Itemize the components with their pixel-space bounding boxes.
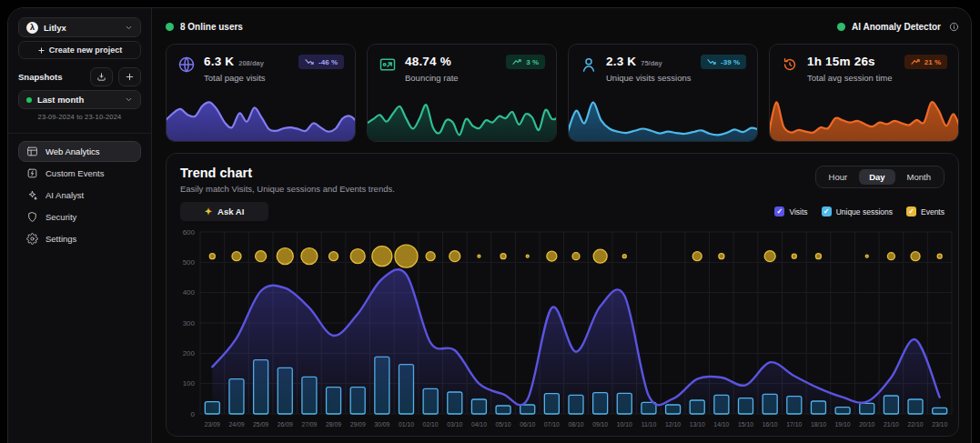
card-label: Total page visits	[204, 73, 266, 83]
events-bubble	[719, 254, 724, 259]
trending-down-icon	[707, 58, 717, 65]
sidebar-item-security[interactable]: Security	[18, 206, 141, 227]
x-axis-label: 03/10	[447, 421, 462, 428]
x-axis-label: 26/09	[278, 421, 293, 428]
x-axis-label: 19/10	[835, 421, 851, 428]
ai-analyst-icon	[26, 189, 38, 201]
legend-events[interactable]: ✓Events	[906, 206, 945, 216]
x-axis-label: 28/09	[326, 421, 341, 428]
app-window: λ Litlyx Create new project Snapshots La…	[7, 7, 972, 443]
sparkline-chart	[166, 95, 356, 142]
trending-down-icon	[305, 58, 315, 65]
sidebar-item-label: Web Analytics	[45, 146, 100, 156]
trending-up-icon	[512, 58, 522, 65]
info-icon[interactable]	[949, 22, 959, 32]
x-axis-label: 16/10	[763, 421, 778, 428]
legend-label: Events	[921, 207, 945, 216]
ask-ai-label: Ask AI	[217, 206, 244, 216]
card-unique-sessions: 2.3 K 75/day Unique visits sessions -39 …	[568, 44, 758, 142]
events-bubble	[277, 248, 293, 265]
bounce-icon	[379, 55, 397, 74]
divider	[8, 133, 151, 134]
sidebar-item-custom-events[interactable]: Custom Events	[18, 163, 141, 184]
events-bubble	[256, 251, 267, 262]
events-bubble	[450, 251, 460, 262]
card-value: 2.3 K	[606, 55, 636, 68]
sparkline-chart	[568, 95, 758, 142]
tab-day[interactable]: Day	[859, 169, 894, 185]
range-tabs: Hour Day Month	[815, 166, 945, 188]
events-bubble	[937, 254, 942, 258]
stat-cards: 6.3 K 208/day Total page visits -46 %	[166, 44, 959, 142]
x-axis-label: 05/10	[496, 421, 511, 428]
ask-ai-button[interactable]: ✦ Ask AI	[180, 202, 268, 221]
x-axis-label: 10/10	[617, 421, 632, 428]
x-axis-label: 08/10	[568, 421, 583, 428]
events-bubble	[547, 251, 557, 261]
events-bubble	[395, 245, 418, 267]
svg-text:500: 500	[183, 258, 196, 267]
trend-badge: -46 %	[298, 55, 344, 69]
sparkline-chart	[769, 95, 959, 142]
events-bubble	[815, 254, 821, 259]
project-name: Litlyx	[44, 23, 66, 33]
x-axis-label: 13/10	[690, 421, 705, 428]
export-snapshot-button[interactable]	[90, 67, 113, 86]
x-axis-label: 30/09	[374, 421, 389, 428]
card-value: 1h 15m 26s	[807, 55, 875, 68]
card-bouncing-rate: 48.74 % Bouncing rate 3 %	[367, 44, 557, 142]
card-rate: 208/day	[238, 59, 264, 67]
events-bubble	[865, 255, 868, 257]
sidebar-item-label: Security	[45, 212, 76, 222]
events-bubble	[350, 249, 365, 264]
online-dot-icon	[166, 23, 174, 31]
card-avg-session-time: 1h 15m 26s Total avg session time 21 %	[769, 44, 959, 142]
x-axis-label: 23/10	[932, 421, 947, 428]
chevron-down-icon	[125, 96, 133, 104]
card-label: Bouncing rate	[405, 73, 459, 83]
events-bubble	[887, 253, 894, 260]
x-axis-label: 02/10	[423, 421, 439, 428]
tab-month[interactable]: Month	[897, 169, 941, 185]
events-bubble	[622, 255, 626, 258]
svg-text:0: 0	[191, 410, 196, 418]
sidebar-item-web-analytics[interactable]: Web Analytics	[18, 141, 141, 162]
trend-chart-panel: Trend chart Easily match Visits, Unique …	[166, 153, 959, 437]
sidebar-item-settings[interactable]: Settings	[18, 228, 141, 249]
litlyx-logo-icon: λ	[26, 22, 38, 34]
user-icon	[580, 55, 598, 74]
snapshot-period-selector[interactable]: Last month	[18, 90, 141, 109]
card-label: Unique visits sessions	[606, 73, 691, 83]
sidebar-item-ai-analyst[interactable]: AI Analyst	[18, 185, 141, 206]
events-bubble	[792, 254, 796, 258]
x-axis-label: 18/10	[811, 421, 826, 428]
events-bubble	[500, 254, 506, 259]
online-users-label: 8 Online users	[180, 22, 243, 32]
create-project-label: Create new project	[49, 45, 123, 55]
svg-text:400: 400	[183, 288, 196, 297]
tab-hour[interactable]: Hour	[819, 169, 858, 185]
anomaly-dot-icon	[837, 23, 845, 31]
plus-icon	[37, 46, 45, 55]
card-label: Total avg session time	[807, 73, 892, 83]
x-axis-label: 27/09	[301, 421, 317, 428]
create-project-button[interactable]: Create new project	[18, 41, 141, 59]
events-bubble	[329, 252, 338, 261]
x-axis-label: 07/10	[544, 421, 560, 428]
legend-label: Visits	[789, 207, 807, 216]
sidebar-item-label: Custom Events	[45, 168, 104, 178]
add-snapshot-button[interactable]	[118, 67, 141, 86]
events-bubble	[301, 248, 318, 265]
legend-unique-sessions[interactable]: ✓Unique sessions	[822, 206, 893, 216]
topbar: 8 Online users AI Anomaly Detector	[166, 17, 959, 35]
chart-legend: ✓Visits✓Unique sessions✓Events	[774, 206, 945, 216]
x-axis-label: 17/10	[786, 421, 802, 428]
card-rate: 75/day	[641, 59, 662, 67]
events-bubble	[593, 249, 607, 263]
card-total-page-visits: 6.3 K 208/day Total page visits -46 %	[166, 44, 356, 142]
legend-visits[interactable]: ✓Visits	[774, 206, 807, 216]
events-bubble	[478, 255, 480, 257]
card-value: 48.74 %	[405, 55, 451, 68]
timer-icon	[781, 55, 799, 74]
project-selector[interactable]: λ Litlyx	[18, 17, 141, 37]
